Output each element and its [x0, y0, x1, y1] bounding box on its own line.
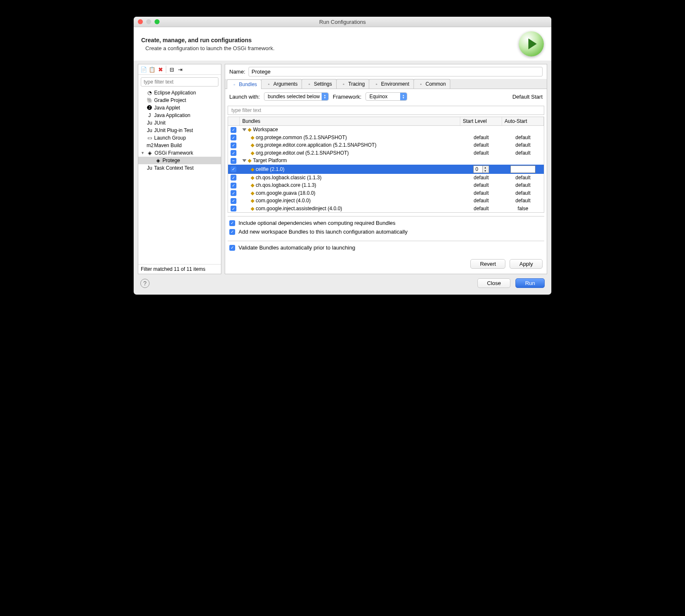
table-row[interactable]: ◆ ch.qos.logback.core (1.1.3)defaultdefa…	[228, 181, 544, 189]
row-checkbox[interactable]	[231, 166, 236, 172]
start-level: default	[460, 189, 502, 197]
sidebar-item[interactable]: JuTask Context Test	[138, 164, 221, 172]
row-checkbox[interactable]	[231, 206, 236, 211]
auto-start: default	[502, 174, 544, 181]
row-checkbox[interactable]	[231, 143, 236, 148]
duplicate-config-icon[interactable]: 📋	[148, 66, 156, 73]
table-row[interactable]: ◆ ch.qos.logback.classic (1.1.3)defaultd…	[228, 174, 544, 182]
table-row[interactable]: ◆ cellfie (2.1.0)0▴▾default▼	[228, 165, 544, 174]
close-button[interactable]: Close	[477, 278, 510, 288]
bundle-icon: ◆	[251, 135, 254, 140]
opt-validate[interactable]: Validate Bundles automatically prior to …	[229, 244, 543, 251]
auto-start: default	[502, 181, 544, 189]
tab-environment[interactable]: ▫Environment	[369, 79, 414, 89]
default-start-label: Default Start	[512, 94, 543, 100]
sidebar-item-label: Eclipse Application	[154, 90, 196, 96]
row-checkbox[interactable]	[231, 183, 236, 188]
auto-start-select[interactable]: default▼	[510, 165, 535, 173]
auto-start: default	[502, 141, 544, 149]
sidebar-item[interactable]: m2Maven Build	[138, 142, 221, 149]
sidebar-item[interactable]: ◔Eclipse Application	[138, 89, 221, 97]
tab-common[interactable]: ▫Common	[414, 79, 451, 89]
tab-tracing[interactable]: ▫Tracing	[336, 79, 370, 89]
tab-icon: ▫	[306, 81, 312, 87]
bundle-icon: ◆	[248, 158, 251, 163]
bundle-name: com.google.inject (4.0.0)	[256, 198, 310, 204]
launch-with-select[interactable]: bundles selected below	[264, 92, 329, 101]
bundle-name: Target Platform	[253, 158, 287, 163]
row-checkbox[interactable]	[231, 150, 236, 156]
table-row[interactable]: ◆ org.protege.common (5.2.1.SNAPSHOT)def…	[228, 134, 544, 142]
bundle-icon: ◆	[251, 198, 254, 204]
tab-arguments[interactable]: ▫Arguments	[261, 79, 302, 89]
new-config-icon[interactable]: 📄	[140, 66, 147, 73]
row-checkbox[interactable]	[231, 175, 236, 181]
sidebar-item-label: JUnit Plug-in Test	[154, 127, 193, 133]
bundle-name: ch.qos.logback.classic (1.1.3)	[256, 175, 321, 181]
help-icon[interactable]: ?	[140, 279, 150, 288]
filter-icon[interactable]: ⇥	[176, 66, 184, 73]
opt-add-workspace[interactable]: Add new workspace Bundles to this launch…	[229, 229, 543, 235]
opt-optional-deps[interactable]: Include optional dependencies when compu…	[229, 220, 543, 226]
start-level: default	[460, 197, 502, 204]
sidebar-item[interactable]: ◈Protege	[138, 157, 221, 164]
table-row[interactable]: ◆ com.google.inject (4.0.0)defaultdefaul…	[228, 197, 544, 205]
name-input[interactable]	[249, 67, 543, 76]
tab-bundles[interactable]: ▫Bundles	[227, 79, 261, 89]
config-tree[interactable]: ◔Eclipse Application🐘Gradle Project🅙Java…	[138, 89, 221, 264]
run-configurations-window: Run Configurations Create, manage, and r…	[134, 17, 551, 295]
framework-select[interactable]: Equinox	[365, 92, 407, 101]
titlebar[interactable]: Run Configurations	[134, 17, 551, 27]
row-checkbox[interactable]	[231, 135, 236, 140]
start-level: default	[460, 141, 502, 149]
sidebar-item[interactable]: JJava Application	[138, 112, 221, 119]
bundle-name: ch.qos.logback.core (1.1.3)	[256, 182, 316, 188]
row-checkbox[interactable]	[231, 198, 236, 204]
auto-start: default	[502, 149, 544, 157]
auto-start	[502, 160, 544, 161]
start-level: default	[460, 134, 502, 141]
collapse-all-icon[interactable]: ⊟	[168, 66, 175, 73]
sidebar-item[interactable]: ◈OSGi Framework	[138, 149, 221, 157]
start-level: default	[460, 205, 502, 212]
table-row[interactable]: ◆ com.google.inject.assistedinject (4.0.…	[228, 205, 544, 213]
bundle-icon: ◆	[251, 182, 254, 188]
tab-icon: ▫	[266, 81, 271, 87]
sidebar-item[interactable]: JuJUnit	[138, 119, 221, 127]
delete-config-icon[interactable]: ✖	[157, 66, 164, 73]
bundle-icon: ◆	[251, 142, 254, 148]
run-button[interactable]: Run	[515, 278, 545, 288]
tab-settings[interactable]: ▫Settings	[302, 79, 336, 89]
bundle-filter-input[interactable]: type filter text	[228, 106, 544, 115]
disclosure-icon[interactable]	[242, 159, 246, 162]
tab-icon: ▫	[373, 81, 379, 87]
table-row[interactable]: ◆ org.protege.editor.owl (5.2.1.SNAPSHOT…	[228, 149, 544, 157]
bundle-icon: ◆	[251, 190, 254, 196]
sidebar-item-label: Maven Build	[154, 143, 182, 148]
apply-button[interactable]: Apply	[510, 259, 543, 269]
disclosure-icon[interactable]	[242, 128, 246, 131]
bundle-name: org.protege.editor.owl (5.2.1.SNAPSHOT)	[256, 150, 349, 156]
sidebar-item[interactable]: JuJUnit Plug-in Test	[138, 127, 221, 134]
row-checkbox[interactable]	[231, 190, 236, 196]
table-row[interactable]: ◆ com.google.guava (18.0.0)defaultdefaul…	[228, 189, 544, 197]
table-row[interactable]: ◆ Workspace	[228, 126, 544, 134]
bundle-name: com.google.inject.assistedinject (4.0.0)	[256, 206, 342, 211]
row-checkbox[interactable]	[231, 127, 236, 133]
sidebar-item[interactable]: ▭Launch Group	[138, 134, 221, 142]
table-row[interactable]: ◆ Target Platform	[228, 157, 544, 165]
header: Create, manage, and run configurations C…	[134, 27, 551, 61]
start-level-input[interactable]: 0▴▾	[473, 165, 489, 173]
row-checkbox[interactable]	[231, 158, 236, 164]
bundle-name: org.protege.editor.core.application (5.2…	[256, 142, 376, 148]
table-row[interactable]: ◆ org.protege.editor.core.application (5…	[228, 141, 544, 149]
auto-start: default	[502, 134, 544, 141]
auto-start: false	[502, 205, 544, 212]
tab-icon: ▫	[341, 81, 347, 87]
bundle-name: Workspace	[253, 127, 278, 132]
sidebar-filter-input[interactable]	[141, 77, 218, 87]
config-type-icon: ◈	[147, 150, 153, 156]
sidebar-item[interactable]: 🐘Gradle Project	[138, 97, 221, 104]
revert-button[interactable]: Revert	[470, 259, 505, 269]
sidebar-item[interactable]: 🅙Java Applet	[138, 104, 221, 112]
